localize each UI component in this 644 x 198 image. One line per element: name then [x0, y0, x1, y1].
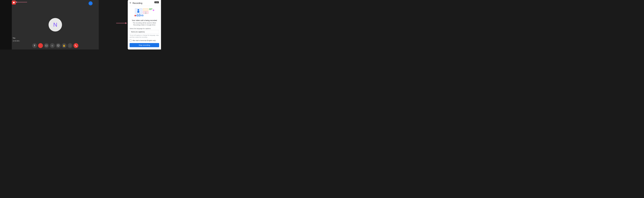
you-label: You	[12, 37, 15, 39]
panel-back-button[interactable]	[129, 2, 132, 5]
svg-rect-20	[145, 13, 146, 14]
svg-rect-24	[139, 14, 140, 17]
avatar-letter: N	[53, 22, 57, 28]
svg-rect-25	[140, 14, 140, 16]
recording-dot	[13, 2, 14, 3]
svg-rect-22	[137, 14, 138, 17]
transcript-row: Also start a transcript (English only)	[130, 40, 159, 41]
caption-label: Select the language for captions	[130, 28, 159, 29]
svg-rect-14	[143, 8, 148, 11]
present-button[interactable]	[56, 43, 61, 48]
info-subtitle: The recording will be saved in Meet Reco…	[130, 22, 159, 26]
avatar: N	[48, 18, 62, 32]
stop-recording-button[interactable]: Stop recording	[130, 43, 159, 47]
svg-rect-32	[149, 9, 152, 9]
svg-rect-26	[141, 15, 142, 16]
panel-title: Recording	[132, 2, 157, 5]
activities-button[interactable]: ✋	[62, 43, 66, 48]
arrow-to-recording	[16, 2, 30, 3]
svg-point-19	[145, 12, 146, 13]
more-options-button[interactable]: ···	[88, 1, 92, 5]
svg-rect-17	[138, 11, 139, 13]
panel-header: Recording Close	[128, 0, 161, 6]
svg-text:CC: CC	[46, 45, 47, 46]
svg-point-16	[138, 9, 139, 11]
recording-panel: Recording Close	[128, 0, 161, 50]
svg-rect-23	[138, 15, 138, 16]
svg-point-30	[134, 15, 136, 16]
svg-rect-21	[136, 15, 137, 16]
panel-body: Your video call is being recorded The re…	[128, 6, 161, 50]
transcript-checkbox[interactable]	[130, 40, 132, 41]
caption-hint: To turn off captions or change the langu…	[130, 34, 159, 38]
close-tooltip: Close	[154, 1, 159, 3]
svg-rect-33	[149, 10, 152, 10]
arrow-to-panel	[116, 23, 127, 24]
panel-close-button[interactable]: Close	[157, 2, 160, 5]
info-title: Your video call is being recorded	[130, 19, 159, 21]
recording-illustration	[130, 7, 159, 18]
transcript-label[interactable]: Also start a transcript (English only)	[132, 40, 156, 41]
svg-rect-2	[57, 45, 59, 46]
end-call-button[interactable]	[74, 43, 78, 48]
bottom-toolbar: 🎙 🚫 CC ☺ ✋ ⋮	[12, 42, 99, 49]
left-sidebar	[0, 0, 12, 50]
time-separator: |	[19, 40, 20, 42]
emoji-button[interactable]: ☺	[50, 43, 55, 48]
caption-select[interactable]: None (no captions)	[130, 30, 159, 34]
more-menu-button[interactable]: ⋮	[68, 43, 72, 48]
svg-rect-27	[142, 14, 142, 16]
time-label: 10:59 AM |	[12, 40, 20, 42]
captions-button[interactable]: CC	[44, 43, 49, 48]
time-text: 10:59 AM	[12, 40, 19, 42]
camera-button[interactable]: 🚫	[38, 43, 43, 48]
video-area: N	[12, 0, 99, 50]
more-dots-icon: ···	[90, 2, 92, 5]
svg-rect-28	[143, 15, 143, 16]
microphone-button[interactable]: 🎙	[32, 43, 37, 48]
svg-marker-31	[152, 9, 154, 11]
